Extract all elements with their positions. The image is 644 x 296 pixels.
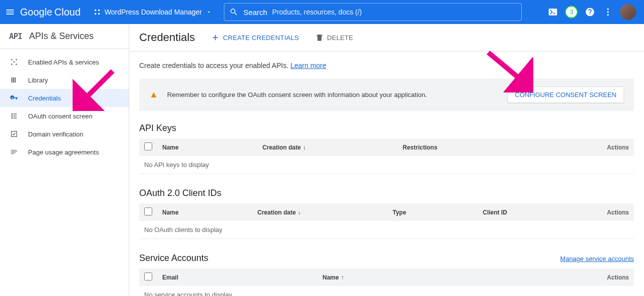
warning-icon: ▲ — [149, 90, 158, 100]
col-name[interactable]: Name — [157, 204, 252, 221]
sidebar-item-label: Enabled APIs & services — [28, 58, 99, 66]
sort-down-icon: ↓ — [298, 209, 301, 216]
verify-icon — [9, 130, 19, 138]
search-box[interactable]: Search — [224, 3, 522, 21]
create-label: CREATE CREDENTIALS — [223, 34, 299, 42]
section-service: Service Accounts Manage service accounts… — [139, 253, 634, 296]
service-table: Email Name↑ Actions No service accounts … — [139, 268, 634, 296]
more-vert-icon[interactable] — [602, 6, 614, 18]
plus-icon — [211, 33, 220, 42]
col-email[interactable]: Email — [157, 268, 317, 286]
col-restrictions[interactable]: Restrictions — [398, 138, 535, 156]
help-icon[interactable] — [584, 6, 596, 18]
badge-count: 3 — [570, 8, 573, 16]
annotation-arrow-1 — [73, 66, 118, 111]
project-name: WordPress Download Manager — [105, 8, 202, 16]
empty-msg: No API keys to display — [139, 156, 634, 174]
svg-point-6 — [607, 14, 608, 16]
search-icon — [229, 8, 238, 16]
svg-point-9 — [11, 64, 13, 65]
gcp-logo[interactable]: Google Cloud — [20, 6, 81, 18]
svg-line-13 — [82, 71, 113, 102]
sort-down-icon: ↓ — [303, 144, 306, 151]
sidebar-item-label: OAuth consent screen — [28, 112, 93, 120]
col-client-id[interactable]: Client ID — [478, 204, 558, 221]
sidebar-item-usage[interactable]: Page usage agreements — [0, 143, 129, 161]
col-actions: Actions — [535, 138, 634, 156]
svg-line-14 — [488, 52, 524, 82]
svg-point-7 — [11, 59, 13, 60]
cloud-shell-icon[interactable] — [547, 6, 559, 18]
col-type[interactable]: Type — [388, 204, 478, 221]
select-all-checkbox[interactable] — [144, 208, 152, 216]
chevron-down-icon — [206, 9, 212, 15]
svg-rect-12 — [12, 132, 17, 137]
svg-point-10 — [16, 64, 17, 65]
svg-point-4 — [607, 8, 608, 10]
main: Credentials CREATE CREDENTIALS DELETE Cr… — [129, 24, 644, 296]
avatar[interactable] — [620, 4, 636, 20]
agreements-icon — [9, 148, 19, 156]
page-title: Credentials — [139, 31, 195, 44]
svg-point-0 — [95, 10, 97, 12]
intro-text: Create credentials to access your enable… — [139, 62, 634, 70]
select-all-checkbox[interactable] — [144, 142, 152, 150]
col-name[interactable]: Name — [157, 138, 257, 156]
table-row-empty: No service accounts to display — [139, 286, 634, 296]
svg-point-5 — [607, 11, 608, 12]
section-title: OAuth 2.0 Client IDs — [139, 188, 221, 198]
sidebar-header: API APIs & Services — [0, 24, 129, 49]
svg-point-2 — [95, 13, 97, 15]
library-icon — [9, 76, 19, 84]
sidebar-item-label: Page usage agreements — [28, 148, 99, 156]
top-bar: Google Cloud WordPress Download Manager … — [0, 0, 644, 24]
annotation-arrow-2 — [483, 48, 533, 92]
sidebar-item-label: Library — [28, 76, 48, 84]
alert-text: Remember to configure the OAuth consent … — [167, 91, 498, 98]
manage-service-accounts-link[interactable]: Manage service accounts — [560, 255, 634, 262]
sidebar-item-domain[interactable]: Domain verification — [0, 125, 129, 143]
delete-button[interactable]: DELETE — [315, 33, 353, 42]
sidebar-item-label: Credentials — [28, 94, 61, 102]
consent-alert: ▲ Remember to configure the OAuth consen… — [139, 78, 634, 111]
table-row-empty: No OAuth clients to display — [139, 221, 634, 239]
sidebar: API APIs & Services Enabled APIs & servi… — [0, 24, 129, 296]
empty-msg: No OAuth clients to display — [139, 221, 634, 239]
api-logo: API — [9, 32, 22, 41]
col-actions: Actions — [558, 204, 634, 221]
svg-point-11 — [14, 62, 15, 63]
delete-label: DELETE — [327, 34, 353, 42]
main-header: Credentials CREATE CREDENTIALS DELETE — [129, 24, 644, 52]
col-name[interactable]: Name↑ — [317, 268, 474, 286]
col-creation[interactable]: Creation date↓ — [252, 204, 388, 221]
col-actions: Actions — [474, 268, 634, 286]
svg-point-8 — [16, 59, 17, 60]
menu-icon[interactable] — [4, 6, 16, 18]
oauth-table: Name Creation date↓ Type Client ID Actio… — [139, 204, 634, 239]
sidebar-title: APIs & Services — [29, 31, 94, 42]
enabled-icon — [9, 58, 19, 66]
search-input[interactable] — [272, 8, 516, 16]
brand-word-1: Google — [20, 6, 53, 18]
consent-icon — [9, 112, 19, 120]
section-oauth: OAuth 2.0 Client IDs Name Creation date↓… — [139, 188, 634, 239]
intro-lead: Create credentials to access your enable… — [139, 62, 290, 70]
sidebar-item-label: Domain verification — [28, 130, 84, 138]
svg-point-1 — [98, 10, 100, 12]
trial-badge[interactable]: 3 — [565, 6, 578, 18]
api-keys-table: Name Creation date↓ Restrictions Actions… — [139, 138, 634, 174]
create-credentials-button[interactable]: CREATE CREDENTIALS — [211, 33, 299, 42]
learn-more-link[interactable]: Learn more — [290, 62, 327, 70]
trash-icon — [315, 33, 324, 42]
brand-word-2: Cloud — [55, 6, 81, 18]
project-icon — [94, 8, 101, 16]
empty-msg: No service accounts to display — [139, 286, 634, 296]
search-label: Search — [243, 8, 267, 16]
col-creation[interactable]: Creation date↓ — [257, 138, 398, 156]
select-all-checkbox[interactable] — [144, 272, 152, 280]
sort-up-icon: ↑ — [341, 274, 344, 281]
svg-point-3 — [98, 13, 100, 15]
project-selector[interactable]: WordPress Download Manager — [90, 6, 216, 18]
table-row-empty: No API keys to display — [139, 156, 634, 174]
section-title: API Keys — [139, 123, 176, 134]
